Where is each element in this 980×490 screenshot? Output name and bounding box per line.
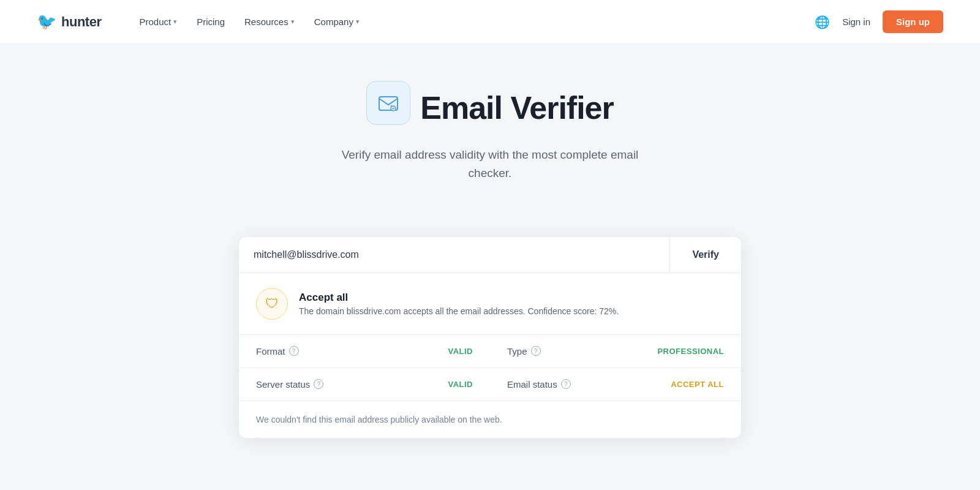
verifier-card: Verify 🛡 Accept all The domain blissdriv… — [239, 237, 741, 438]
accept-all-content: Accept all The domain blissdrive.com acc… — [299, 292, 619, 316]
page-title: Email Verifier — [420, 89, 614, 126]
hero-section: Email Verifier Verify email address vali… — [0, 44, 980, 237]
nav-pricing-label: Pricing — [197, 17, 225, 27]
email-status-label-cell: Email status ? — [490, 368, 616, 401]
format-label: Format — [256, 346, 285, 356]
type-label-cell: Type ? — [490, 335, 616, 368]
hero-title-row: Email Verifier — [12, 81, 968, 135]
nav-resources-label: Resources — [244, 17, 288, 27]
server-value: VALID — [448, 380, 473, 389]
nav-product[interactable]: Product ▾ — [130, 12, 186, 32]
signin-link[interactable]: Sign in — [842, 17, 870, 27]
format-value: VALID — [448, 347, 473, 356]
table-row: Format ? VALID Type ? PROFESSIONAL — [239, 335, 741, 368]
bottom-note: We couldn't find this email address publ… — [239, 401, 741, 438]
chevron-down-icon: ▾ — [173, 18, 177, 26]
server-label: Server status — [256, 379, 310, 390]
info-table: Format ? VALID Type ? PROFESSIONAL Serve… — [239, 335, 741, 401]
format-value-cell: VALID — [364, 336, 490, 367]
shield-circle: 🛡 — [256, 288, 288, 320]
type-label: Type — [507, 346, 527, 356]
format-label-cell: Format ? — [239, 335, 364, 368]
logo-text: hunter — [61, 14, 101, 30]
signup-button[interactable]: Sign up — [883, 10, 943, 33]
nav-company[interactable]: Company ▾ — [306, 12, 368, 32]
server-value-cell: VALID — [364, 369, 490, 400]
chevron-down-icon: ▾ — [356, 18, 360, 26]
nav-right: 🌐 Sign in Sign up — [815, 10, 943, 33]
accept-all-desc: The domain blissdrive.com accepts all th… — [299, 306, 619, 316]
email-status-label: Email status — [507, 379, 557, 390]
nav-pricing[interactable]: Pricing — [188, 12, 233, 32]
table-row: Server status ? VALID Email status ? ACC… — [239, 368, 741, 401]
nav-company-label: Company — [314, 17, 353, 27]
accept-all-title: Accept all — [299, 292, 619, 304]
card-wrap: Verify 🛡 Accept all The domain blissdriv… — [0, 237, 980, 438]
type-value-cell: PROFESSIONAL — [616, 336, 741, 367]
email-input[interactable] — [239, 237, 669, 273]
nav-product-label: Product — [139, 17, 171, 27]
hero-subtitle: Verify email address validity with the m… — [318, 146, 662, 183]
logo-icon: 🐦 — [37, 12, 56, 31]
server-info-icon[interactable]: ? — [314, 379, 323, 389]
verify-button[interactable]: Verify — [669, 237, 741, 273]
type-info-icon[interactable]: ? — [531, 346, 541, 356]
logo[interactable]: 🐦 hunter — [37, 12, 101, 31]
nav-links: Product ▾ Pricing Resources ▾ Company ▾ — [130, 12, 815, 32]
chevron-down-icon: ▾ — [291, 18, 295, 26]
type-value: PROFESSIONAL — [657, 347, 724, 356]
server-label-cell: Server status ? — [239, 368, 364, 401]
email-input-row: Verify — [239, 237, 741, 273]
envelope-svg — [377, 92, 399, 114]
format-info-icon[interactable]: ? — [289, 346, 299, 356]
nav-resources[interactable]: Resources ▾ — [236, 12, 303, 32]
accept-all-row: 🛡 Accept all The domain blissdrive.com a… — [239, 273, 741, 335]
email-status-value-cell: ACCEPT ALL — [616, 369, 741, 400]
navbar: 🐦 hunter Product ▾ Pricing Resources ▾ C… — [0, 0, 980, 44]
globe-icon[interactable]: 🌐 — [815, 15, 830, 29]
shield-icon: 🛡 — [265, 296, 279, 312]
email-verifier-icon — [366, 81, 410, 125]
email-status-info-icon[interactable]: ? — [561, 379, 571, 389]
email-status-value: ACCEPT ALL — [671, 380, 724, 389]
